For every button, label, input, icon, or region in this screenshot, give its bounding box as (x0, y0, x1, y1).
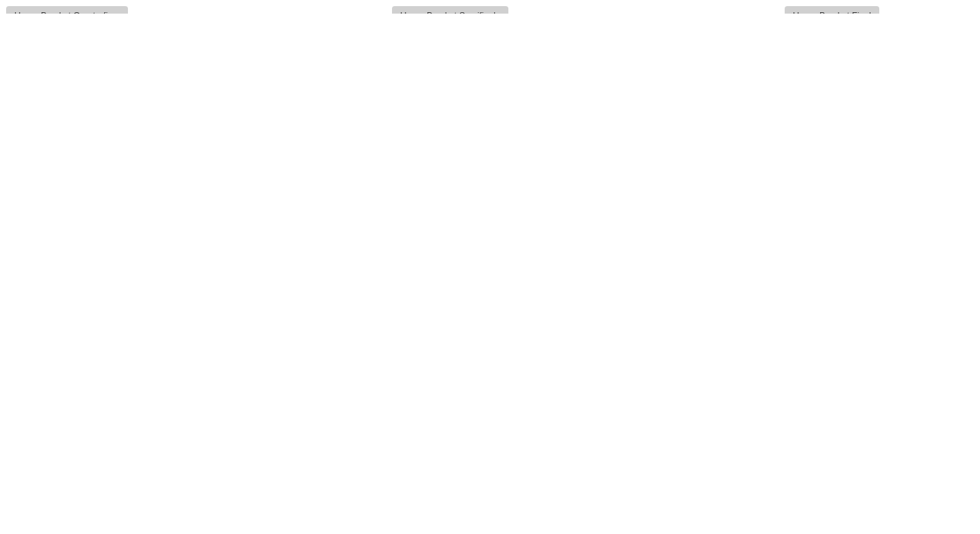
upper-final-header: Upper Bracket Final (785, 6, 879, 14)
bracket-container: Upper Bracket Quarterfin... Upper Bracke… (0, 0, 980, 14)
upper-sf-header: Upper Bracket Semifinals (392, 6, 508, 14)
upper-qf-header: Upper Bracket Quarterfin... (6, 6, 128, 14)
